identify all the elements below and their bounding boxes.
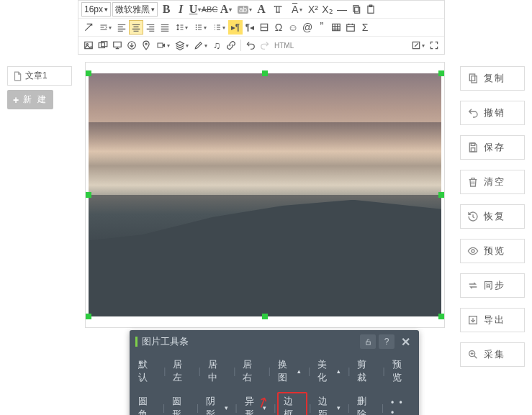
selected-image[interactable] — [89, 73, 441, 316]
svg-rect-1 — [355, 7, 360, 13]
restore-button[interactable]: 恢复 — [460, 204, 525, 229]
export-button[interactable]: 导出 — [460, 308, 525, 332]
ol-list-button[interactable]: ▾ — [209, 20, 228, 35]
hr-button[interactable]: — — [335, 2, 349, 17]
html-source-button[interactable]: HTML — [272, 38, 296, 53]
border-button[interactable]: 边框 — [277, 392, 307, 415]
redo-icon[interactable] — [258, 38, 272, 53]
image-icon[interactable] — [81, 38, 96, 53]
paste-button[interactable] — [364, 2, 378, 17]
help-button[interactable]: ? — [379, 334, 395, 349]
margin-button[interactable]: 边距▾ — [312, 393, 346, 415]
quote-button[interactable]: ” — [315, 20, 329, 35]
fullscreen-icon[interactable] — [427, 38, 441, 53]
plus-icon: + — [13, 94, 20, 106]
rounded-button[interactable]: 圆角 — [132, 393, 161, 415]
editor-toolbar: 16px▾ 微软雅黑▾ B I U▾ ABC A▾ ab▾ A A̅▾ X² X… — [78, 0, 445, 55]
italic-button[interactable]: I — [173, 2, 188, 17]
resize-handle-ml[interactable] — [86, 192, 91, 198]
shadow-button[interactable]: 阴影▾ — [200, 393, 233, 415]
clear-button[interactable]: 清空 — [460, 170, 525, 194]
font-family-select[interactable]: 微软雅黑▾ — [112, 2, 158, 17]
superscript-button[interactable]: X² — [306, 2, 320, 17]
download-icon[interactable] — [125, 38, 139, 53]
music-icon[interactable]: ♫ — [209, 38, 224, 53]
line-height-button[interactable]: ▾ — [172, 20, 191, 35]
font-effect-button[interactable] — [269, 2, 287, 17]
highlight-button[interactable]: ab▾ — [235, 2, 254, 17]
link-icon[interactable] — [224, 38, 238, 53]
svg-rect-21 — [471, 148, 474, 152]
brush-icon[interactable]: ▾ — [191, 38, 209, 53]
collect-button[interactable]: 采集 — [460, 342, 525, 367]
rtl-button[interactable]: ¶◂ — [243, 20, 257, 35]
sigma-button[interactable]: Σ — [358, 20, 372, 35]
copy-button[interactable]: 复制 — [460, 66, 525, 91]
bold-button[interactable]: B — [159, 2, 173, 17]
resize-handle-tr[interactable] — [438, 70, 444, 76]
undo-icon[interactable] — [243, 38, 258, 53]
close-button[interactable]: ✕ — [397, 334, 413, 349]
delete-button[interactable]: 删除 — [351, 393, 380, 415]
font-size-select[interactable]: 16px▾ — [81, 2, 111, 17]
text-button[interactable]: A — [254, 2, 269, 17]
strike-button[interactable]: ABC — [202, 2, 217, 17]
resize-handle-br[interactable] — [438, 314, 444, 319]
circle-button[interactable]: 圆形 — [166, 393, 195, 415]
beautify-button[interactable]: 美化▴ — [312, 356, 346, 386]
location-icon[interactable] — [139, 38, 153, 53]
align-right-button[interactable] — [143, 20, 158, 35]
preview-button[interactable]: 预览 — [460, 239, 525, 263]
new-button[interactable]: + 新 建 — [7, 90, 53, 109]
table-button[interactable] — [329, 20, 343, 35]
video-icon[interactable]: ▾ — [153, 38, 172, 53]
undo-button[interactable]: 撤销 — [460, 101, 525, 125]
align-center-img-button[interactable]: 居中 — [202, 356, 232, 386]
page-break-button[interactable] — [257, 20, 271, 35]
undo-icon — [466, 107, 479, 119]
letter-spacing-button[interactable]: A̅▾ — [287, 2, 306, 17]
clear-format-button[interactable] — [81, 20, 96, 35]
subscript-button[interactable]: X₂ — [320, 2, 335, 17]
image-toolbar-header[interactable]: 图片工具条 ? ✕ — [130, 330, 419, 353]
layers-icon[interactable]: ▾ — [172, 38, 191, 53]
indent-button[interactable]: ▾ — [96, 20, 114, 35]
emoji-button[interactable]: ☺ — [286, 20, 300, 35]
replace-img-button[interactable]: 换图▴ — [272, 356, 307, 386]
resize-handle-tc[interactable] — [262, 70, 268, 76]
document-tab[interactable]: 文章1 — [7, 66, 72, 86]
edit-icon[interactable]: ▾ — [408, 38, 427, 53]
default-button[interactable]: 默认 — [132, 356, 162, 386]
deform-button[interactable]: 异形▾ — [239, 393, 272, 415]
more-button[interactable]: • • • — [385, 396, 416, 415]
at-button[interactable]: @ — [300, 20, 315, 35]
calendar-button[interactable] — [343, 20, 358, 35]
svg-rect-0 — [353, 6, 359, 12]
resize-handle-bc[interactable] — [262, 314, 268, 319]
align-right-img-button[interactable]: 居右 — [237, 356, 266, 386]
underline-button[interactable]: U▾ — [188, 2, 202, 17]
monitor-icon[interactable] — [110, 38, 125, 53]
omega-button[interactable]: Ω — [271, 20, 286, 35]
align-left-button[interactable] — [114, 20, 129, 35]
copy-format-button[interactable] — [349, 2, 364, 17]
save-button[interactable]: 保存 — [460, 135, 525, 160]
list-button[interactable]: ▾ — [191, 20, 209, 35]
gallery-icon[interactable] — [96, 38, 110, 53]
paragraph-button[interactable]: ▸¶ — [228, 20, 243, 35]
align-justify-button[interactable] — [158, 20, 172, 35]
crop-button[interactable]: 剪裁 — [351, 356, 381, 386]
resize-handle-tl[interactable] — [86, 70, 91, 76]
editor-canvas[interactable] — [85, 62, 445, 328]
align-left-img-button[interactable]: 居左 — [167, 356, 197, 386]
font-color-button[interactable]: A▾ — [217, 2, 235, 17]
svg-rect-25 — [366, 342, 370, 345]
eye-icon — [466, 245, 479, 257]
preview-img-button[interactable]: 预览 — [387, 356, 416, 386]
image-toolbar-title: 图片工具条 — [142, 335, 357, 348]
lock-button[interactable] — [360, 334, 376, 349]
sync-button[interactable]: 同步 — [460, 273, 525, 298]
resize-handle-bl[interactable] — [86, 314, 91, 319]
resize-handle-mr[interactable] — [438, 192, 444, 198]
align-center-button[interactable] — [129, 20, 143, 35]
